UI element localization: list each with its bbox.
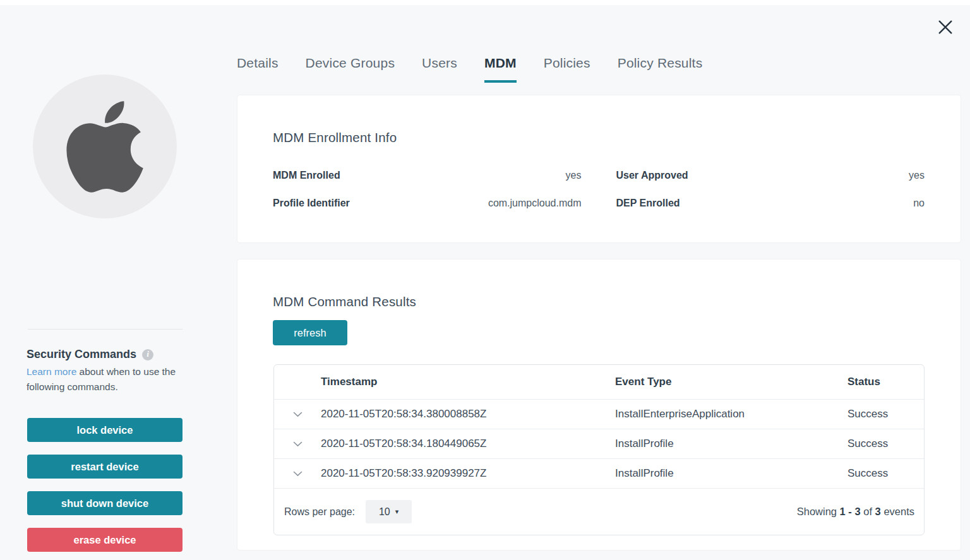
cell-status: Success: [847, 467, 924, 480]
erase-device-button[interactable]: erase device: [27, 528, 183, 552]
table-row[interactable]: 2020-11-05T20:58:34.180449065Z InstallPr…: [274, 429, 924, 458]
tab-bar: Details Device Groups Users MDM Policies…: [237, 56, 702, 83]
field-dep-enrolled: DEP Enrolled no: [616, 198, 925, 209]
learn-more-link[interactable]: Learn more: [27, 366, 76, 377]
cell-event-type: InstallProfile: [615, 438, 847, 450]
chevron-down-icon[interactable]: [293, 441, 302, 447]
apple-logo-icon: [66, 95, 144, 199]
showing-events-summary: Showing 1 - 3 of 3 events: [797, 506, 914, 518]
showing-total: 3: [875, 506, 881, 517]
mdm-enrollment-info-title: MDM Enrollment Info: [273, 130, 397, 145]
field-value: no: [913, 198, 925, 209]
cell-timestamp: 2020-11-05T20:58:34.380008858Z: [321, 408, 615, 420]
table-row[interactable]: 2020-11-05T20:58:33.920939927Z InstallPr…: [274, 458, 924, 488]
field-value: yes: [566, 170, 582, 181]
field-user-approved: User Approved yes: [616, 170, 925, 181]
table-row[interactable]: 2020-11-05T20:58:34.380008858Z InstallEn…: [274, 399, 924, 429]
cell-timestamp: 2020-11-05T20:58:33.920939927Z: [321, 467, 615, 480]
lock-device-button[interactable]: lock device: [27, 418, 183, 442]
tab-policy-results[interactable]: Policy Results: [618, 56, 703, 83]
tab-device-groups[interactable]: Device Groups: [306, 56, 395, 83]
cell-timestamp: 2020-11-05T20:58:34.180449065Z: [321, 438, 615, 450]
tab-details[interactable]: Details: [237, 56, 278, 83]
command-results-table: Timestamp Event Type Status 2020-11-05T2…: [273, 364, 925, 535]
field-profile-identifier: Profile Identifier com.jumpcloud.mdm: [273, 198, 582, 209]
mdm-command-results-card: MDM Command Results refresh Timestamp Ev…: [237, 259, 961, 551]
shut-down-device-button[interactable]: shut down device: [27, 491, 183, 515]
tab-mdm[interactable]: MDM: [484, 56, 517, 83]
close-button[interactable]: [933, 15, 957, 39]
field-mdm-enrolled: MDM Enrolled yes: [273, 170, 582, 181]
restart-device-button[interactable]: restart device: [27, 455, 183, 479]
rows-per-page-label: Rows per page:: [284, 506, 355, 518]
table-header-row: Timestamp Event Type Status: [274, 365, 924, 399]
rows-per-page-value: 10: [379, 506, 390, 518]
chevron-down-icon[interactable]: [293, 471, 302, 477]
refresh-button[interactable]: refresh: [273, 320, 347, 345]
field-label: MDM Enrolled: [273, 170, 340, 181]
security-commands-heading: Security Commands i: [27, 348, 153, 361]
tab-policies[interactable]: Policies: [544, 56, 590, 83]
cell-event-type: InstallProfile: [615, 467, 847, 480]
security-commands-title: Security Commands: [27, 348, 136, 361]
security-command-buttons: lock device restart device shut down dev…: [27, 418, 183, 560]
showing-of: of: [863, 506, 872, 517]
table-footer: Rows per page: 10 ▾ Showing 1 - 3 of 3 e…: [274, 488, 924, 535]
showing-prefix: Showing: [797, 506, 837, 517]
rows-per-page-select[interactable]: 10 ▾: [366, 500, 412, 523]
field-label: DEP Enrolled: [616, 198, 680, 209]
field-value: com.jumpcloud.mdm: [488, 198, 582, 209]
cell-status: Success: [847, 408, 924, 420]
mdm-command-results-title: MDM Command Results: [273, 294, 416, 309]
showing-suffix: events: [883, 506, 914, 517]
cell-event-type: InstallEnterpriseApplication: [615, 408, 847, 420]
cell-status: Success: [847, 438, 924, 450]
dropdown-caret-icon: ▾: [395, 508, 399, 516]
enrollment-fields: MDM Enrolled yes User Approved yes Profi…: [273, 170, 925, 209]
top-strip: [0, 0, 970, 5]
column-header-status: Status: [847, 376, 924, 388]
info-icon[interactable]: i: [142, 349, 153, 360]
chevron-down-icon[interactable]: [293, 412, 302, 417]
device-avatar: [33, 74, 177, 218]
tab-users[interactable]: Users: [422, 56, 457, 83]
column-header-timestamp: Timestamp: [321, 376, 615, 388]
close-icon: [937, 18, 954, 36]
field-value: yes: [909, 170, 925, 181]
sidebar-divider: [28, 329, 183, 330]
column-header-event-type: Event Type: [615, 376, 847, 388]
field-label: Profile Identifier: [273, 198, 350, 209]
showing-range: 1 - 3: [840, 506, 861, 517]
field-label: User Approved: [616, 170, 688, 181]
security-commands-description: Learn more about when to use the followi…: [27, 364, 187, 394]
mdm-enrollment-info-card: MDM Enrollment Info MDM Enrolled yes Use…: [237, 95, 961, 243]
